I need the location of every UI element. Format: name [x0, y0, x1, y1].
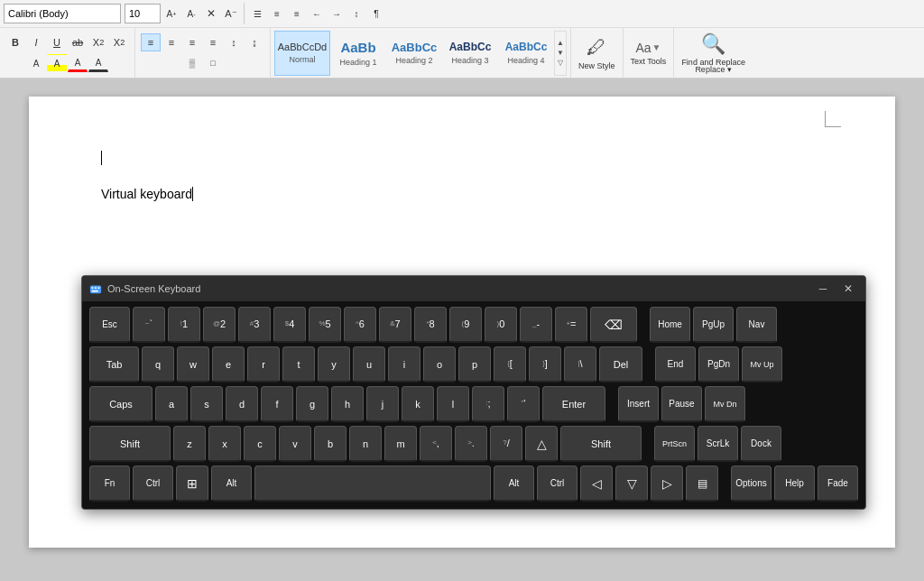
- clear-format-button[interactable]: ✕: [202, 5, 220, 23]
- key-pgdn[interactable]: PgDn: [698, 346, 739, 383]
- key-c[interactable]: c: [244, 426, 276, 462]
- key-prtscn[interactable]: PrtScn: [654, 426, 695, 462]
- key-right-arrow[interactable]: ▷: [651, 466, 683, 502]
- key-alt-left[interactable]: Alt: [211, 466, 252, 502]
- key-home[interactable]: Home: [650, 307, 690, 343]
- key-caps[interactable]: Caps: [89, 386, 152, 422]
- key-shift-left[interactable]: Shift: [89, 426, 171, 462]
- styles-scroll-button[interactable]: ▲ ▼ ▽: [554, 31, 567, 76]
- key-slash[interactable]: ?/: [490, 426, 522, 462]
- style-heading4-button[interactable]: AaBbCc Heading 4: [498, 31, 554, 76]
- document-text[interactable]: Virtual keyboard: [101, 187, 823, 201]
- align-right-button[interactable]: ≡: [182, 33, 202, 51]
- key-g[interactable]: g: [296, 386, 328, 422]
- key-end[interactable]: End: [655, 346, 696, 383]
- key-h[interactable]: h: [331, 386, 364, 422]
- strikethrough-button[interactable]: ab: [68, 33, 88, 51]
- key-fade[interactable]: Fade: [818, 466, 858, 502]
- key-8[interactable]: *8: [414, 307, 447, 343]
- osk-minimize-button[interactable]: ─: [813, 281, 833, 297]
- italic-button[interactable]: I: [26, 33, 46, 51]
- style-normal-button[interactable]: AaBbCcDd Normal: [274, 31, 330, 76]
- key-rbracket[interactable]: }]: [529, 346, 561, 383]
- key-help[interactable]: Help: [774, 466, 815, 502]
- key-0[interactable]: )0: [485, 307, 517, 343]
- show-para-button[interactable]: ¶: [367, 5, 385, 23]
- key-y[interactable]: y: [318, 346, 350, 383]
- key-v[interactable]: v: [279, 426, 311, 462]
- key-f[interactable]: f: [261, 386, 293, 422]
- indent-increase-button[interactable]: →: [328, 5, 346, 23]
- key-semicolon[interactable]: :;: [472, 386, 504, 422]
- superscript-button[interactable]: X2: [109, 33, 129, 51]
- key-o[interactable]: o: [423, 346, 456, 383]
- key-ctrl-right[interactable]: Ctrl: [537, 466, 578, 502]
- key-lbracket[interactable]: {[: [494, 346, 526, 383]
- key-7[interactable]: &7: [379, 307, 411, 343]
- key-4[interactable]: $4: [273, 307, 306, 343]
- key-e[interactable]: e: [212, 346, 245, 383]
- key-down-arrow[interactable]: ▽: [615, 466, 648, 502]
- key-alt-right[interactable]: Alt: [494, 466, 534, 502]
- key-b[interactable]: b: [314, 426, 346, 462]
- key-u[interactable]: u: [353, 346, 385, 383]
- osk-close-button[interactable]: ✕: [838, 281, 858, 297]
- key-9[interactable]: (9: [449, 307, 482, 343]
- key-3[interactable]: #3: [238, 307, 271, 343]
- key-left-arrow[interactable]: ◁: [580, 466, 613, 502]
- key-win[interactable]: ⊞: [176, 466, 208, 502]
- key-minus[interactable]: _-: [520, 307, 552, 343]
- align-left-button[interactable]: ≡: [141, 33, 161, 51]
- key-space[interactable]: [254, 466, 491, 502]
- numbered-list-button[interactable]: ≡: [268, 5, 286, 23]
- key-nav[interactable]: Nav: [736, 307, 777, 343]
- highlight-color-button[interactable]: A: [47, 54, 67, 72]
- key-insert[interactable]: Insert: [618, 386, 659, 422]
- key-z[interactable]: z: [173, 426, 206, 462]
- key-period[interactable]: >.: [455, 426, 487, 462]
- key-x[interactable]: x: [208, 426, 241, 462]
- key-ctrl-left[interactable]: Ctrl: [133, 466, 173, 502]
- key-r[interactable]: r: [247, 346, 280, 383]
- key-backslash[interactable]: |\: [564, 346, 596, 383]
- key-mvdn[interactable]: Mv Dn: [705, 386, 745, 422]
- text-tools-button[interactable]: Aa ▼ Text Tools: [624, 28, 675, 78]
- para-spacing-button[interactable]: ↨: [245, 33, 264, 51]
- style-heading2-button[interactable]: AaBbCc Heading 2: [386, 31, 442, 76]
- key-enter[interactable]: Enter: [542, 386, 605, 422]
- key-shift-right[interactable]: Shift: [560, 426, 642, 462]
- style-heading1-button[interactable]: AaBb Heading 1: [330, 31, 386, 76]
- key-w[interactable]: w: [177, 346, 209, 383]
- key-fn[interactable]: Fn: [89, 466, 130, 502]
- subscript-button[interactable]: X2: [88, 33, 108, 51]
- indent-decrease-button[interactable]: ←: [308, 5, 326, 23]
- key-j[interactable]: j: [366, 386, 399, 422]
- align-center-button[interactable]: ≡: [162, 33, 181, 51]
- line-spacing-button[interactable]: ↕: [224, 33, 244, 51]
- key-m[interactable]: m: [384, 426, 417, 462]
- key-6[interactable]: ^6: [344, 307, 376, 343]
- key-options[interactable]: Options: [731, 466, 772, 502]
- key-i[interactable]: i: [388, 346, 420, 383]
- font-shrink-button[interactable]: A-: [182, 5, 200, 23]
- key-d[interactable]: d: [226, 386, 258, 422]
- key-5[interactable]: %5: [309, 307, 341, 343]
- key-pgup[interactable]: PgUp: [693, 307, 734, 343]
- font-color-button[interactable]: A: [68, 54, 88, 72]
- bold-button[interactable]: B: [5, 33, 25, 51]
- sort-button[interactable]: ↕: [347, 5, 365, 23]
- font-family-input[interactable]: [4, 4, 121, 23]
- font-size-input[interactable]: [125, 4, 161, 23]
- bullets-button[interactable]: ☰: [248, 5, 266, 23]
- style-heading3-button[interactable]: AaBbCc Heading 3: [442, 31, 498, 76]
- key-up-arrow[interactable]: △: [525, 426, 558, 462]
- key-2[interactable]: @2: [203, 307, 236, 343]
- borders-button[interactable]: □: [203, 54, 223, 72]
- new-style-button[interactable]: 🖊 New Style: [571, 28, 624, 78]
- key-esc[interactable]: Esc: [89, 307, 130, 343]
- key-k[interactable]: k: [402, 386, 434, 422]
- key-mvup[interactable]: Mv Up: [742, 346, 782, 383]
- key-l[interactable]: l: [437, 386, 469, 422]
- text-effects-btn2[interactable]: A: [26, 54, 46, 72]
- key-comma[interactable]: <,: [420, 426, 452, 462]
